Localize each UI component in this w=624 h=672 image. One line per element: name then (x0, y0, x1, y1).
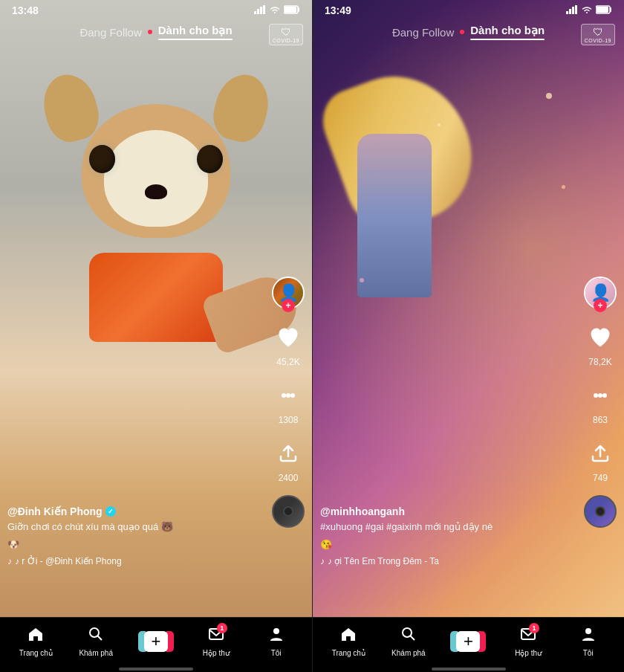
status-icons-2 (566, 5, 612, 16)
right-actions-1: 👤 + 45,2K (272, 277, 305, 528)
for-you-tab-1[interactable]: Dành cho bạn (158, 24, 233, 40)
add-btn-center-2: + (456, 631, 480, 652)
covid-badge-2[interactable]: 🛡 COVID-19 (581, 24, 615, 45)
music-disc-2 (584, 495, 617, 528)
dancer-body (357, 134, 432, 297)
explore-label-1: Khám phá (79, 649, 113, 657)
bottom-nav-1: Trang chủ Khám phá + (0, 617, 312, 665)
search-icon-2 (400, 626, 417, 647)
profile-label-1: Tôi (271, 649, 282, 657)
music-disc-center-1 (283, 506, 293, 517)
caption-2: 🐶 (7, 538, 267, 552)
nav-dot-1 (148, 30, 152, 34)
profile-icon-1 (268, 626, 285, 647)
comment-count-1: 1308 (279, 415, 299, 425)
following-tab-2[interactable]: Đang Follow (392, 26, 454, 39)
svg-rect-1 (257, 9, 259, 14)
status-bar-2: 13:49 (313, 0, 624, 19)
nav-profile-1[interactable]: Tôi (258, 626, 295, 657)
screen-2: 13:49 Đang Follow Dành cho bạn 🛡 COVID-1… (312, 0, 624, 672)
shield-icon-2: 🛡 (593, 26, 603, 38)
corgi-eye-right (197, 145, 223, 173)
svg-line-23 (410, 636, 415, 640)
svg-point-21 (602, 393, 607, 398)
svg-point-20 (598, 393, 602, 398)
home-icon-1 (27, 626, 44, 647)
follow-plus-1[interactable]: + (282, 299, 295, 312)
status-time-1: 13:48 (12, 4, 39, 16)
like-button-1[interactable]: 45,2K (272, 321, 305, 367)
bottom-info-2: @minhhoanganh #xuhuong #gai #gaixinh mới… (320, 505, 579, 566)
creator-avatar-2[interactable]: 👤 + (584, 277, 617, 309)
inbox-label-2: Hộp thư (515, 649, 542, 657)
share-count-1: 2400 (279, 473, 299, 483)
status-bar-1: 13:48 (0, 0, 312, 19)
comment-icon-2 (584, 379, 617, 412)
covid-text-1: COVID-19 (273, 38, 299, 43)
wifi-icon-2 (581, 5, 593, 16)
svg-point-19 (594, 393, 598, 398)
follow-plus-2[interactable]: + (594, 299, 607, 312)
creator-username-1[interactable]: @Đinh Kiến Phong ✓ (7, 505, 267, 517)
home-label-2: Trang chủ (332, 649, 365, 657)
svg-point-9 (90, 628, 99, 637)
nav-profile-2[interactable]: Tôi (570, 626, 607, 657)
corgi-outfit (89, 253, 223, 342)
like-button-2[interactable]: 78,2K (584, 321, 617, 367)
covid-badge-1[interactable]: 🛡 COVID-19 (269, 24, 303, 45)
corgi-eye-left (89, 145, 115, 173)
nav-inbox-2[interactable]: 1 Hộp thư (510, 626, 547, 657)
nav-explore-2[interactable]: Khám phá (390, 626, 427, 657)
music-note-icon-2: ♪ (320, 556, 325, 566)
username-text-1: @Đinh Kiến Phong (7, 505, 103, 517)
svg-rect-0 (254, 11, 256, 14)
music-info-1: ♪ ♪ r Ởi - @Đinh Kiến Phong (7, 556, 267, 566)
svg-point-8 (290, 393, 295, 398)
svg-rect-15 (572, 7, 574, 14)
comment-count-2: 863 (593, 415, 608, 425)
comment-button-1[interactable]: 1308 (272, 379, 305, 425)
comment-icon-1 (272, 379, 305, 412)
caption-1: Giỡn chơi có chút xíu mà quạo quá 🐻 (7, 520, 267, 534)
nav-home-1[interactable]: Trang chủ (17, 626, 54, 657)
caption-4: 😘 (320, 538, 579, 552)
nav-home-2[interactable]: Trang chủ (330, 626, 367, 657)
inbox-badge-2: 1 (529, 623, 539, 633)
nav-add-1[interactable]: + (137, 631, 175, 652)
inbox-label-1: Hộp thư (203, 649, 230, 657)
share-button-2[interactable]: 749 (584, 437, 617, 483)
music-note-icon-1: ♪ (7, 556, 12, 566)
svg-rect-5 (285, 7, 296, 13)
shield-icon-1: 🛡 (281, 26, 291, 38)
svg-rect-18 (597, 7, 608, 13)
music-text-2: ♪ ợi Tên Em Trong Đêm - Ta (328, 556, 439, 566)
share-icon-1 (272, 437, 305, 470)
svg-rect-13 (566, 11, 568, 14)
nav-add-2[interactable]: + (449, 631, 487, 652)
comment-button-2[interactable]: 863 (584, 379, 617, 425)
music-disc-center-2 (595, 506, 605, 517)
music-info-2: ♪ ♪ ợi Tên Em Trong Đêm - Ta (320, 556, 579, 566)
particle-1 (546, 93, 552, 99)
share-count-2: 749 (593, 473, 608, 483)
video-area-2[interactable]: 👤 + 78,2K (313, 0, 624, 617)
creator-avatar-1[interactable]: 👤 + (272, 277, 305, 309)
following-tab-1[interactable]: Đang Follow (79, 26, 141, 39)
for-you-tab-2[interactable]: Dành cho bạn (470, 24, 545, 40)
right-actions-2: 👤 + 78,2K (584, 277, 617, 528)
share-button-1[interactable]: 2400 (272, 437, 305, 483)
add-btn-center-1: + (144, 631, 168, 652)
video-area-1[interactable]: 👤 + 45,2K (0, 0, 312, 617)
inbox-badge-1: 1 (217, 623, 227, 633)
svg-point-22 (403, 628, 412, 637)
top-nav-1: Đang Follow Dành cho bạn 🛡 COVID-19 (0, 19, 312, 45)
bottom-nav-2: Trang chủ Khám phá + (313, 617, 624, 665)
nav-explore-1[interactable]: Khám phá (77, 626, 114, 657)
svg-rect-3 (263, 5, 265, 14)
profile-icon-2 (580, 626, 597, 647)
creator-username-2[interactable]: @minhhoanganh (320, 505, 579, 517)
signal-icon-1 (254, 5, 266, 16)
caption-3: #xuhuong #gai #gaixinh mới ngủ dậy nè (320, 520, 579, 534)
nav-inbox-1[interactable]: 1 Hộp thư (198, 626, 235, 657)
top-nav-2: Đang Follow Dành cho bạn 🛡 COVID-19 (313, 19, 624, 45)
